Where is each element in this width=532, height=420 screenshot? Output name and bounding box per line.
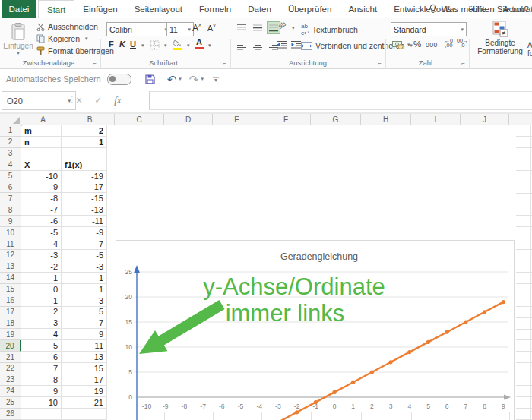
cell-A10[interactable]: -5 — [21, 227, 62, 238]
cell-B23[interactable]: 17 — [62, 374, 107, 386]
row-header-25[interactable]: 25 — [0, 397, 21, 409]
cell-B24[interactable]: 19 — [62, 386, 107, 397]
cell-B4[interactable]: f1(x) — [62, 159, 107, 171]
cell-B12[interactable]: -5 — [62, 250, 107, 261]
cell-A22[interactable]: 7 — [21, 363, 62, 374]
fill-color-button[interactable] — [172, 39, 182, 50]
font-dialog-launcher[interactable]: ⌐ — [223, 60, 226, 67]
column-header-H[interactable]: H — [361, 114, 411, 125]
row-header-6[interactable]: 6 — [0, 182, 21, 194]
column-header-B[interactable]: B — [65, 114, 115, 125]
cell-A7[interactable]: -8 — [21, 193, 62, 204]
cut-button[interactable]: Ausschneiden — [36, 22, 98, 31]
row-header-1[interactable]: 1 — [0, 125, 21, 137]
enter-button[interactable]: ✓ — [94, 95, 102, 106]
cell-B26[interactable] — [62, 409, 107, 420]
cell-B11[interactable]: -7 — [62, 238, 107, 250]
borders-button[interactable] — [150, 40, 160, 50]
cell-A11[interactable]: -4 — [21, 238, 62, 250]
number-dialog-launcher[interactable]: ⌐ — [461, 60, 465, 67]
cell-A20[interactable]: 5 — [21, 340, 62, 352]
row-header-10[interactable]: 10 — [0, 227, 21, 238]
percent-style-button[interactable]: % — [413, 39, 421, 49]
number-format-combo[interactable]: Standard▾ — [391, 22, 467, 36]
cell-A24[interactable]: 9 — [21, 386, 62, 397]
cell-A1[interactable]: m — [21, 125, 62, 137]
decrease-decimal-button[interactable]: 00→,0 — [457, 39, 468, 48]
row-header-19[interactable]: 19 — [0, 329, 21, 340]
cell-B1[interactable]: 2 — [62, 125, 107, 137]
redo-button[interactable]: ↷ — [189, 74, 199, 84]
customize-qat-button[interactable]: —▾ — [213, 76, 219, 82]
row-header-22[interactable]: 22 — [0, 363, 21, 374]
cell-A2[interactable]: n — [21, 137, 62, 148]
tab-einfügen[interactable]: Einfügen — [74, 0, 125, 17]
tab-ansicht[interactable]: Ansicht — [340, 0, 385, 17]
column-header-G[interactable]: G — [311, 114, 361, 125]
conditional-formatting-button[interactable]: ≠ Bedingte Formatierung — [473, 21, 527, 55]
align-middle-button[interactable] — [252, 22, 264, 33]
column-header-partial[interactable] — [509, 114, 532, 125]
cell-B20[interactable]: 11 — [62, 340, 107, 352]
increase-decimal-button[interactable]: ←0,00 — [445, 39, 453, 48]
column-header-F[interactable]: F — [261, 114, 311, 125]
align-left-button[interactable] — [236, 40, 248, 52]
grow-font-button[interactable]: A˄ — [192, 23, 201, 33]
cell-B5[interactable]: -19 — [62, 171, 107, 182]
underline-button[interactable]: U — [130, 39, 136, 49]
cell-A23[interactable]: 8 — [21, 374, 62, 386]
cell-A9[interactable]: -6 — [21, 216, 62, 227]
tab-daten[interactable]: Daten — [239, 0, 280, 17]
cell-B6[interactable]: -17 — [62, 182, 107, 194]
row-header-20[interactable]: 20 — [0, 340, 21, 352]
row-header-2[interactable]: 2 — [0, 137, 21, 148]
row-header-9[interactable]: 9 — [0, 216, 21, 227]
row-header-7[interactable]: 7 — [0, 193, 21, 204]
tell-me-search[interactable]: Was möchten Sie tun? — [429, 0, 529, 18]
alignment-dialog-launcher[interactable]: ⌐ — [378, 60, 382, 67]
row-header-3[interactable]: 3 — [0, 148, 21, 159]
align-top-button[interactable] — [236, 22, 248, 33]
undo-button[interactable]: ↶ — [167, 74, 177, 84]
bold-button[interactable]: F — [109, 39, 114, 49]
row-header-21[interactable]: 21 — [0, 352, 21, 363]
row-header-4[interactable]: 4 — [0, 159, 21, 171]
tab-datei[interactable]: Datei — [2, 0, 36, 18]
row-header-26[interactable]: 26 — [0, 409, 21, 420]
cell-B14[interactable]: -1 — [62, 273, 107, 284]
cell-B22[interactable]: 15 — [62, 363, 107, 374]
row-header-8[interactable]: 8 — [0, 204, 21, 216]
decrease-indent-button[interactable] — [277, 40, 287, 49]
row-header-14[interactable]: 14 — [0, 273, 21, 284]
cell-B17[interactable]: 5 — [62, 307, 107, 318]
format-painter-button[interactable]: Format übertragen — [36, 46, 114, 55]
cell-B10[interactable]: -9 — [62, 227, 107, 238]
cell-A25[interactable]: 10 — [21, 397, 62, 409]
paste-button[interactable]: Einfügen ▾ — [3, 21, 33, 56]
currency-button[interactable]: ▾ — [392, 40, 410, 49]
row-header-17[interactable]: 17 — [0, 307, 21, 318]
row-header-16[interactable]: 16 — [0, 295, 21, 307]
cell-B8[interactable]: -13 — [62, 204, 107, 216]
cell-A21[interactable]: 6 — [21, 352, 62, 363]
cell-B3[interactable] — [62, 148, 107, 159]
cell-B18[interactable]: 7 — [62, 317, 107, 329]
cell-A5[interactable]: -10 — [21, 171, 62, 182]
cell-B13[interactable]: -3 — [62, 261, 107, 273]
cell-A4[interactable]: X — [21, 159, 62, 171]
chart-object[interactable]: -25-20-15-10-50510152025-10-9-8-7-6-5-4-… — [116, 240, 515, 420]
row-header-11[interactable]: 11 — [0, 238, 21, 250]
cell-A19[interactable]: 4 — [21, 329, 62, 340]
tab-formeln[interactable]: Formeln — [191, 0, 239, 17]
row-header-24[interactable]: 24 — [0, 386, 21, 397]
column-header-C[interactable]: C — [115, 114, 164, 125]
cell-A16[interactable]: 1 — [21, 295, 62, 307]
insert-function-button[interactable]: fx — [114, 94, 121, 106]
column-header-J[interactable]: J — [461, 114, 509, 125]
column-header-A[interactable]: A — [21, 114, 65, 125]
row-header-5[interactable]: 5 — [0, 171, 21, 182]
tab-seitenlayout[interactable]: Seitenlayout — [126, 0, 191, 17]
name-box[interactable]: O20 ▾ — [2, 91, 76, 110]
cell-A15[interactable]: 0 — [21, 284, 62, 295]
font-size-combo[interactable]: 11▾ — [166, 22, 194, 36]
